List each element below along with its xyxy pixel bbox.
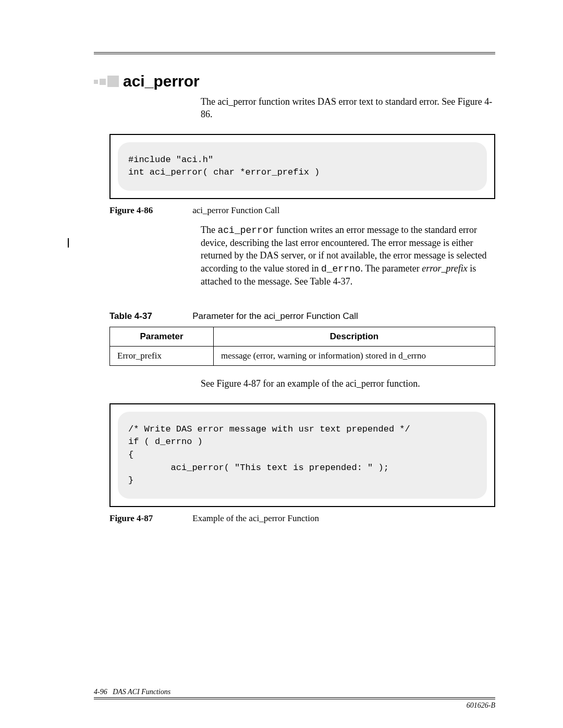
parameter-table: Parameter Description Error_prefix messa… (109, 327, 495, 366)
code-frame-1: #include "aci.h" int aci_perror( char *e… (109, 134, 495, 199)
col-header-description: Description (214, 327, 495, 347)
footer-left: 4-96 DAS ACI Functions (94, 688, 175, 696)
figure-86-label: Figure 4-86 (109, 205, 190, 216)
col-header-parameter: Parameter (110, 327, 214, 347)
top-rule (94, 52, 495, 54)
footer-section-title: DAS ACI Functions (113, 688, 170, 696)
table-37-text: Parameter for the aci_perror Function Ca… (192, 311, 358, 321)
see-figure-paragraph: See Figure 4-87 for an example of the ac… (201, 377, 495, 390)
para-text: . The parameter (361, 263, 422, 274)
table-row: Error_prefix message (error, warning or … (110, 347, 495, 366)
cell-parameter: Error_prefix (110, 347, 214, 366)
figure-87-caption: Figure 4-87 Example of the aci_perror Fu… (109, 513, 495, 524)
footer-page-number: 4-96 (94, 688, 107, 696)
code-frame-2: /* Write DAS error message with usr text… (109, 403, 495, 507)
section-heading: aci_perror (123, 72, 200, 90)
description-paragraph: The aci_perror function writes an error … (201, 224, 495, 288)
figure-87-label: Figure 4-87 (109, 513, 190, 524)
footer-rule: 4-96 DAS ACI Functions 601626-B (94, 697, 495, 699)
section-icon (94, 76, 119, 87)
footer-doc-id: 601626-B (467, 701, 495, 710)
inline-code-d-errno: d_errno (321, 264, 361, 274)
heading-row: aci_perror (94, 72, 495, 90)
page: aci_perror The aci_perror function write… (0, 0, 563, 728)
para-text: The (201, 225, 217, 235)
inline-code-aci-perror: aci_perror (217, 225, 274, 236)
page-footer: 4-96 DAS ACI Functions 601626-B (78, 697, 495, 699)
intro-paragraph: The aci_perror function writes DAS error… (201, 95, 495, 121)
figure-87-text: Example of the aci_perror Function (192, 513, 319, 523)
change-bar-icon (68, 238, 69, 248)
table-37-caption: Table 4-37 Parameter for the aci_perror … (109, 311, 495, 322)
cell-description: message (error, warning or information) … (214, 347, 495, 366)
table-header-row: Parameter Description (110, 327, 495, 347)
figure-86-text: aci_perror Function Call (192, 205, 279, 215)
code-block-2: /* Write DAS error message with usr text… (118, 412, 487, 499)
code-block-1: #include "aci.h" int aci_perror( char *e… (118, 142, 487, 191)
figure-86-caption: Figure 4-86 aci_perror Function Call (109, 205, 495, 216)
inline-param-error-prefix: error_prefix (422, 263, 468, 274)
table-37-label: Table 4-37 (109, 311, 190, 322)
